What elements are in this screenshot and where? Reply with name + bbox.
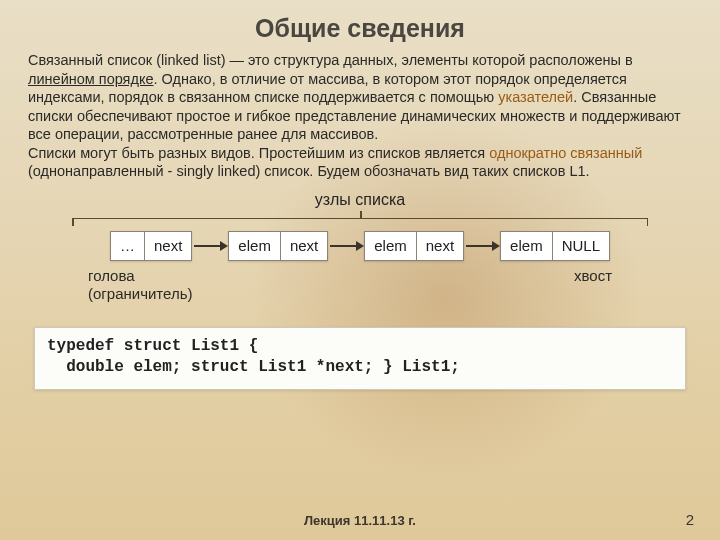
list-node: elemNULL (500, 231, 610, 261)
brace-top (72, 211, 648, 225)
body-paragraph: Связанный список (linked list) — это стр… (28, 51, 692, 181)
node-cell: elem (501, 232, 553, 260)
linked-list-diagram: …nextelemnextelemnextelemNULL (28, 231, 692, 261)
arrow-icon (192, 236, 228, 256)
list-node: elemnext (228, 231, 328, 261)
slide-title: Общие сведения (28, 14, 692, 43)
diagram-caption: узлы списка (28, 191, 692, 209)
svg-marker-5 (492, 241, 500, 251)
code-block: typedef struct List1 { double elem; stru… (34, 327, 686, 390)
node-cell: next (417, 232, 463, 260)
arrow-icon (464, 236, 500, 256)
list-node: …next (110, 231, 192, 261)
arrow-icon (328, 236, 364, 256)
list-node: elemnext (364, 231, 464, 261)
diagram-labels: голова (ограничитель) хвост (88, 267, 632, 303)
node-cell: next (281, 232, 327, 260)
svg-marker-3 (356, 241, 364, 251)
node-cell: … (111, 232, 145, 260)
node-cell: next (145, 232, 191, 260)
node-cell: elem (229, 232, 281, 260)
footer-lecture: Лекция 11.11.13 г. (0, 513, 720, 528)
page-number: 2 (686, 511, 694, 528)
node-cell: NULL (553, 232, 609, 260)
node-cell: elem (365, 232, 417, 260)
label-tail: хвост (574, 267, 612, 303)
svg-marker-1 (220, 241, 228, 251)
label-head: голова (ограничитель) (88, 267, 192, 303)
